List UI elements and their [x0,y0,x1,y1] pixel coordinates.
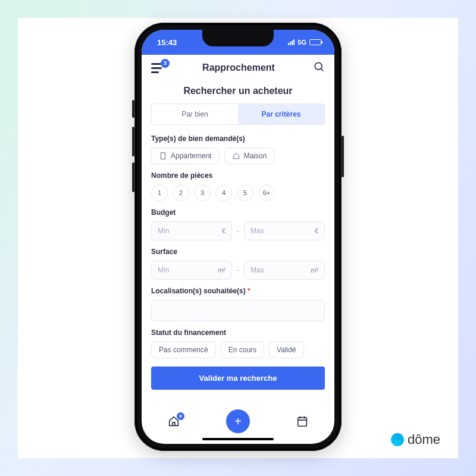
segmented-control: Par bien Par critères [151,104,325,125]
room-option-4[interactable]: 4 [215,184,232,201]
room-option-2[interactable]: 2 [173,184,189,201]
room-option-6plus[interactable]: 6+ [258,184,275,201]
battery-icon [309,39,321,45]
chip-financing-in-progress[interactable]: En cours [221,342,264,358]
svg-rect-9 [298,418,307,427]
search-button[interactable] [313,61,325,75]
signal-icon [288,39,295,45]
tab-by-property[interactable]: Par bien [152,104,238,124]
page-title: Rechercher un acheteur [151,86,325,96]
chip-house[interactable]: Maison [224,148,275,164]
phone-frame: 15:43 5G 3 Rapprochement [134,23,342,451]
range-separator: - [237,227,239,235]
placeholder: Max [250,227,315,235]
search-icon [313,61,325,73]
menu-badge: 3 [161,59,170,68]
tab-add[interactable]: + [226,409,250,433]
unit-sqm: m² [218,267,226,274]
chip-financing-validated[interactable]: Validé [269,342,303,358]
placeholder: Min [158,227,222,235]
room-option-3[interactable]: 3 [194,184,211,201]
range-separator: - [237,266,239,274]
home-badge: 9 [177,412,184,420]
unit-sqm: m² [311,267,318,274]
budget-min-input[interactable]: Min € [151,221,232,240]
phone-notch [202,30,274,46]
chip-label: Appartement [171,152,212,160]
surface-max-input[interactable]: Max m² [244,261,325,280]
phone-side-button [132,127,134,156]
brand-name: dôme [408,432,440,447]
menu-button[interactable]: 3 [151,63,164,73]
svg-rect-2 [161,153,165,159]
budget-label: Budget [151,208,325,217]
tab-bar: 9 + [142,405,334,437]
status-network: 5G [298,39,306,46]
svg-point-0 [315,62,322,70]
financing-label: Statut du financement [151,328,325,337]
house-icon [232,152,240,160]
location-label: Localisation(s) souhaitée(s) * [151,287,325,295]
location-input[interactable] [151,300,325,321]
required-mark: * [248,287,250,295]
tab-by-criteria[interactable]: Par critères [238,104,324,124]
surface-label: Surface [151,248,325,256]
surface-min-input[interactable]: Min m² [151,261,232,280]
tab-home[interactable]: 9 [162,415,186,428]
home-indicator[interactable] [202,438,274,440]
placeholder: Max [250,266,311,274]
phone-side-button [132,162,134,192]
navbar: 3 Rapprochement [142,55,334,80]
unit-euro: € [222,227,226,234]
placeholder: Min [158,266,218,274]
chip-label: Maison [244,152,267,160]
chip-apartment[interactable]: Appartement [151,148,220,164]
tab-calendar[interactable] [290,415,314,428]
room-option-1[interactable]: 1 [151,184,168,201]
status-time: 15:43 [157,38,177,47]
room-option-5[interactable]: 5 [237,184,253,201]
phone-side-button [132,100,134,118]
rooms-label: Nombre de pièces [151,171,325,180]
chip-financing-not-started[interactable]: Pas commencé [151,342,216,358]
brand-logo-icon [391,433,404,446]
building-icon [159,152,167,160]
brand-logo-label: dôme [391,432,440,447]
phone-side-button [342,136,344,177]
svg-line-1 [321,69,324,71]
navbar-title: Rapprochement [202,62,275,73]
submit-search-button[interactable]: Valider ma recherche [151,367,325,390]
calendar-icon [296,415,309,428]
property-type-label: Type(s) de bien demandé(s) [151,134,325,143]
plus-icon: + [226,409,250,433]
unit-euro: € [315,227,318,234]
budget-max-input[interactable]: Max € [244,221,325,240]
